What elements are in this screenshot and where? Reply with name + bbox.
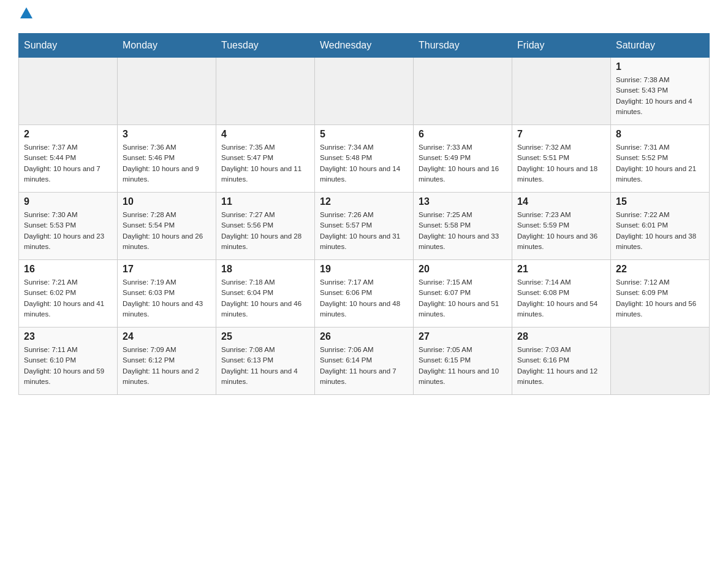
day-info: Sunrise: 7:17 AMSunset: 6:06 PMDaylight:… xyxy=(320,277,408,320)
day-number: 7 xyxy=(517,129,605,140)
day-number: 17 xyxy=(123,264,211,275)
day-number: 4 xyxy=(221,129,309,140)
page-header xyxy=(18,12,710,21)
day-info: Sunrise: 7:18 AMSunset: 6:04 PMDaylight:… xyxy=(221,277,309,320)
calendar-cell xyxy=(216,58,315,125)
weekday-header-friday: Friday xyxy=(512,34,611,58)
day-number: 13 xyxy=(419,196,507,207)
day-info: Sunrise: 7:08 AMSunset: 6:13 PMDaylight:… xyxy=(221,345,309,387)
day-number: 1 xyxy=(616,61,704,72)
day-info: Sunrise: 7:28 AMSunset: 5:54 PMDaylight:… xyxy=(123,210,211,252)
calendar-cell xyxy=(19,58,118,125)
svg-marker-0 xyxy=(20,7,32,18)
weekday-header-thursday: Thursday xyxy=(414,34,512,58)
calendar-cell: 2Sunrise: 7:37 AMSunset: 5:44 PMDaylight… xyxy=(19,125,118,193)
day-number: 16 xyxy=(24,264,112,275)
calendar-cell: 21Sunrise: 7:14 AMSunset: 6:08 PMDayligh… xyxy=(512,260,611,327)
weekday-header-sunday: Sunday xyxy=(19,34,118,58)
calendar-cell: 4Sunrise: 7:35 AMSunset: 5:47 PMDaylight… xyxy=(216,125,315,193)
day-info: Sunrise: 7:09 AMSunset: 6:12 PMDaylight:… xyxy=(123,345,211,387)
calendar-cell: 22Sunrise: 7:12 AMSunset: 6:09 PMDayligh… xyxy=(611,260,710,327)
calendar-cell: 19Sunrise: 7:17 AMSunset: 6:06 PMDayligh… xyxy=(315,260,414,327)
day-number: 23 xyxy=(24,331,112,342)
day-number: 18 xyxy=(221,264,309,275)
day-number: 26 xyxy=(320,331,408,342)
day-number: 11 xyxy=(221,196,309,207)
day-number: 20 xyxy=(419,264,507,275)
day-number: 6 xyxy=(419,129,507,140)
day-number: 19 xyxy=(320,264,408,275)
calendar-cell: 23Sunrise: 7:11 AMSunset: 6:10 PMDayligh… xyxy=(19,327,118,395)
calendar-cell: 5Sunrise: 7:34 AMSunset: 5:48 PMDaylight… xyxy=(315,125,414,193)
calendar-cell: 24Sunrise: 7:09 AMSunset: 6:12 PMDayligh… xyxy=(118,327,216,395)
calendar-cell: 14Sunrise: 7:23 AMSunset: 5:59 PMDayligh… xyxy=(512,193,611,260)
calendar-week-4: 16Sunrise: 7:21 AMSunset: 6:02 PMDayligh… xyxy=(19,260,710,327)
day-info: Sunrise: 7:22 AMSunset: 6:01 PMDaylight:… xyxy=(616,210,704,252)
calendar-cell: 11Sunrise: 7:27 AMSunset: 5:56 PMDayligh… xyxy=(216,193,315,260)
weekday-header-saturday: Saturday xyxy=(611,34,710,58)
calendar-cell xyxy=(414,58,512,125)
day-info: Sunrise: 7:31 AMSunset: 5:52 PMDaylight:… xyxy=(616,142,704,185)
calendar-cell xyxy=(611,327,710,395)
day-number: 15 xyxy=(616,196,704,207)
day-info: Sunrise: 7:05 AMSunset: 6:15 PMDaylight:… xyxy=(419,345,507,387)
calendar-cell xyxy=(512,58,611,125)
calendar-cell: 3Sunrise: 7:36 AMSunset: 5:46 PMDaylight… xyxy=(118,125,216,193)
day-info: Sunrise: 7:03 AMSunset: 6:16 PMDaylight:… xyxy=(517,345,605,387)
day-number: 21 xyxy=(517,264,605,275)
day-info: Sunrise: 7:15 AMSunset: 6:07 PMDaylight:… xyxy=(419,277,507,320)
calendar-cell: 17Sunrise: 7:19 AMSunset: 6:03 PMDayligh… xyxy=(118,260,216,327)
calendar-cell: 15Sunrise: 7:22 AMSunset: 6:01 PMDayligh… xyxy=(611,193,710,260)
calendar-cell: 7Sunrise: 7:32 AMSunset: 5:51 PMDaylight… xyxy=(512,125,611,193)
day-info: Sunrise: 7:35 AMSunset: 5:47 PMDaylight:… xyxy=(221,142,309,185)
calendar-week-3: 9Sunrise: 7:30 AMSunset: 5:53 PMDaylight… xyxy=(19,193,710,260)
day-number: 25 xyxy=(221,331,309,342)
day-info: Sunrise: 7:33 AMSunset: 5:49 PMDaylight:… xyxy=(419,142,507,185)
calendar-week-1: 1Sunrise: 7:38 AMSunset: 5:43 PMDaylight… xyxy=(19,58,710,125)
day-info: Sunrise: 7:25 AMSunset: 5:58 PMDaylight:… xyxy=(419,210,507,252)
day-info: Sunrise: 7:27 AMSunset: 5:56 PMDaylight:… xyxy=(221,210,309,252)
calendar-cell: 12Sunrise: 7:26 AMSunset: 5:57 PMDayligh… xyxy=(315,193,414,260)
calendar-cell: 20Sunrise: 7:15 AMSunset: 6:07 PMDayligh… xyxy=(414,260,512,327)
day-info: Sunrise: 7:14 AMSunset: 6:08 PMDaylight:… xyxy=(517,277,605,320)
day-number: 10 xyxy=(123,196,211,207)
calendar-cell: 1Sunrise: 7:38 AMSunset: 5:43 PMDaylight… xyxy=(611,58,710,125)
day-info: Sunrise: 7:21 AMSunset: 6:02 PMDaylight:… xyxy=(24,277,112,320)
day-number: 2 xyxy=(24,129,112,140)
calendar-cell: 8Sunrise: 7:31 AMSunset: 5:52 PMDaylight… xyxy=(611,125,710,193)
calendar-cell: 25Sunrise: 7:08 AMSunset: 6:13 PMDayligh… xyxy=(216,327,315,395)
day-info: Sunrise: 7:34 AMSunset: 5:48 PMDaylight:… xyxy=(320,142,408,185)
calendar-cell: 18Sunrise: 7:18 AMSunset: 6:04 PMDayligh… xyxy=(216,260,315,327)
weekday-header-tuesday: Tuesday xyxy=(216,34,315,58)
weekday-header-monday: Monday xyxy=(118,34,216,58)
calendar-cell: 16Sunrise: 7:21 AMSunset: 6:02 PMDayligh… xyxy=(19,260,118,327)
day-number: 14 xyxy=(517,196,605,207)
calendar-cell xyxy=(118,58,216,125)
calendar-week-2: 2Sunrise: 7:37 AMSunset: 5:44 PMDaylight… xyxy=(19,125,710,193)
calendar-cell xyxy=(315,58,414,125)
calendar-table: SundayMondayTuesdayWednesdayThursdayFrid… xyxy=(18,33,710,395)
day-info: Sunrise: 7:23 AMSunset: 5:59 PMDaylight:… xyxy=(517,210,605,252)
logo xyxy=(18,12,32,21)
logo-triangle-icon xyxy=(20,7,32,21)
day-info: Sunrise: 7:32 AMSunset: 5:51 PMDaylight:… xyxy=(517,142,605,185)
weekday-header-row: SundayMondayTuesdayWednesdayThursdayFrid… xyxy=(19,34,710,58)
day-number: 28 xyxy=(517,331,605,342)
day-number: 24 xyxy=(123,331,211,342)
calendar-cell: 13Sunrise: 7:25 AMSunset: 5:58 PMDayligh… xyxy=(414,193,512,260)
calendar-cell: 26Sunrise: 7:06 AMSunset: 6:14 PMDayligh… xyxy=(315,327,414,395)
day-info: Sunrise: 7:12 AMSunset: 6:09 PMDaylight:… xyxy=(616,277,704,320)
day-number: 27 xyxy=(419,331,507,342)
day-info: Sunrise: 7:30 AMSunset: 5:53 PMDaylight:… xyxy=(24,210,112,252)
day-number: 3 xyxy=(123,129,211,140)
calendar-cell: 9Sunrise: 7:30 AMSunset: 5:53 PMDaylight… xyxy=(19,193,118,260)
day-info: Sunrise: 7:38 AMSunset: 5:43 PMDaylight:… xyxy=(616,75,704,117)
calendar-cell: 28Sunrise: 7:03 AMSunset: 6:16 PMDayligh… xyxy=(512,327,611,395)
day-info: Sunrise: 7:36 AMSunset: 5:46 PMDaylight:… xyxy=(123,142,211,185)
day-info: Sunrise: 7:06 AMSunset: 6:14 PMDaylight:… xyxy=(320,345,408,387)
weekday-header-wednesday: Wednesday xyxy=(315,34,414,58)
day-number: 8 xyxy=(616,129,704,140)
day-info: Sunrise: 7:11 AMSunset: 6:10 PMDaylight:… xyxy=(24,345,112,387)
day-info: Sunrise: 7:37 AMSunset: 5:44 PMDaylight:… xyxy=(24,142,112,185)
day-number: 9 xyxy=(24,196,112,207)
